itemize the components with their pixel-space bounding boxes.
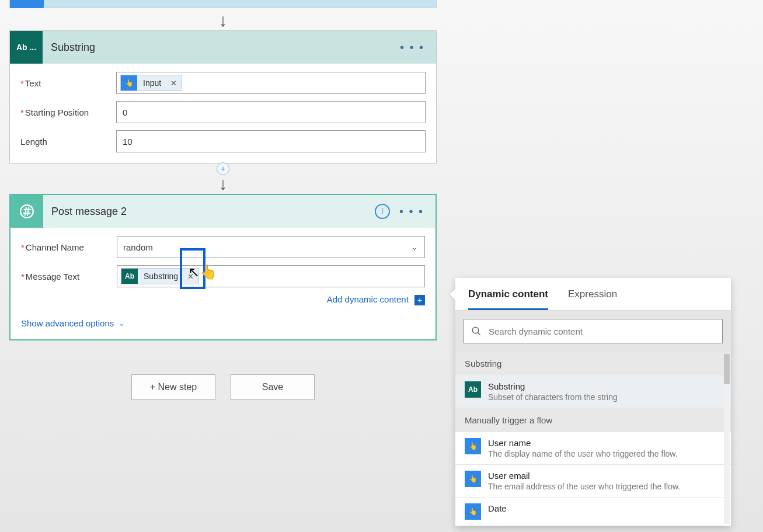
length-label: Length [20, 137, 116, 147]
dc-item-title: Date [488, 503, 507, 513]
substring-token[interactable]: Ab Substring ✕ [121, 268, 199, 284]
dc-section-header: Manually trigger a flow [455, 408, 731, 432]
token-label: Substring [138, 272, 183, 281]
token-remove-icon[interactable]: ✕ [183, 272, 198, 281]
channel-label: *Channel Name [21, 242, 117, 252]
substring-token-icon: Ab [121, 268, 138, 284]
post-more-icon[interactable]: • • • [399, 206, 424, 217]
text-input[interactable]: 👆 Input ✕ [116, 72, 426, 94]
start-pos-input[interactable] [116, 101, 426, 123]
channel-select[interactable]: random [117, 236, 425, 258]
tab-expression[interactable]: Expression [568, 288, 617, 310]
info-icon[interactable]: i [375, 204, 390, 219]
length-input[interactable] [116, 130, 426, 152]
dc-item-desc: Subset of characters from the string [488, 392, 618, 402]
post-card-title: Post message 2 [43, 206, 375, 218]
dc-item[interactable]: AbSubstringSubset of characters from the… [455, 375, 731, 408]
tab-dynamic-content[interactable]: Dynamic content [468, 288, 548, 310]
flow-arrow-icon: ↓ [219, 8, 228, 30]
dynamic-content-panel: Dynamic content Expression SubstringAbSu… [455, 278, 731, 526]
chevron-down-icon: ⌄ [119, 319, 125, 328]
dc-item-title: User name [488, 438, 678, 448]
token-remove-icon[interactable]: ✕ [166, 79, 182, 88]
search-icon [471, 326, 482, 336]
dc-item-icon: 👆 [465, 503, 481, 520]
text-field-label: *Text [20, 78, 116, 88]
dc-item[interactable]: 👆User nameThe display name of the user w… [455, 432, 731, 465]
dynamic-content-search[interactable] [464, 319, 723, 343]
scrollbar-thumb[interactable] [724, 354, 730, 384]
substring-card-header[interactable]: Ab ... Substring • • • [10, 31, 436, 64]
finger-tap-icon: 👆 [121, 75, 137, 91]
add-dynamic-plus-icon[interactable]: + [414, 295, 425, 305]
dc-item[interactable]: 👆Date [455, 498, 731, 526]
post-message-action-card[interactable]: Post message 2 i • • • *Channel Name ran… [9, 194, 437, 340]
dc-item-icon: Ab [465, 381, 481, 398]
substring-card-title: Substring [43, 41, 400, 54]
substring-icon: Ab ... [10, 31, 43, 64]
token-label: Input [137, 78, 166, 88]
dc-item-icon: 👆 [465, 471, 481, 487]
add-dynamic-content-link[interactable]: Add dynamic content [327, 294, 409, 304]
start-pos-label: *Starting Position [20, 107, 116, 117]
message-text-label: *Message Text [21, 272, 117, 281]
dc-item-desc: The email address of the user who trigge… [488, 482, 680, 491]
svg-line-2 [478, 332, 480, 335]
dc-item-desc: The display name of the user who trigger… [488, 449, 678, 458]
substring-more-icon[interactable]: • • • [400, 41, 424, 53]
flow-arrow-icon: ↓ [219, 174, 228, 194]
insert-step-button[interactable]: + [217, 162, 229, 175]
message-text-input[interactable]: Ab Substring ✕ [117, 265, 425, 287]
search-input[interactable] [489, 326, 715, 336]
new-step-button[interactable]: + New step [131, 374, 215, 400]
panel-caret-icon [450, 288, 455, 300]
show-advanced-options-link[interactable]: Show advanced options⌄ [21, 318, 125, 328]
dc-section-header: Substring [455, 352, 731, 375]
dc-item-title: User email [488, 471, 680, 481]
substring-action-card[interactable]: Ab ... Substring • • • *Text 👆 Input ✕ [9, 30, 437, 164]
post-card-header[interactable]: Post message 2 i • • • [11, 195, 435, 228]
save-button[interactable]: Save [231, 374, 315, 400]
dc-item[interactable]: 👆User emailThe email address of the user… [455, 465, 731, 498]
input-token[interactable]: 👆 Input ✕ [120, 75, 182, 91]
svg-point-1 [472, 327, 479, 333]
dc-item-title: Substring [488, 381, 618, 391]
svg-point-0 [20, 205, 33, 218]
trigger-card-partial[interactable] [9, 0, 437, 8]
dc-item-icon: 👆 [465, 438, 481, 454]
hashtag-icon [11, 195, 43, 228]
